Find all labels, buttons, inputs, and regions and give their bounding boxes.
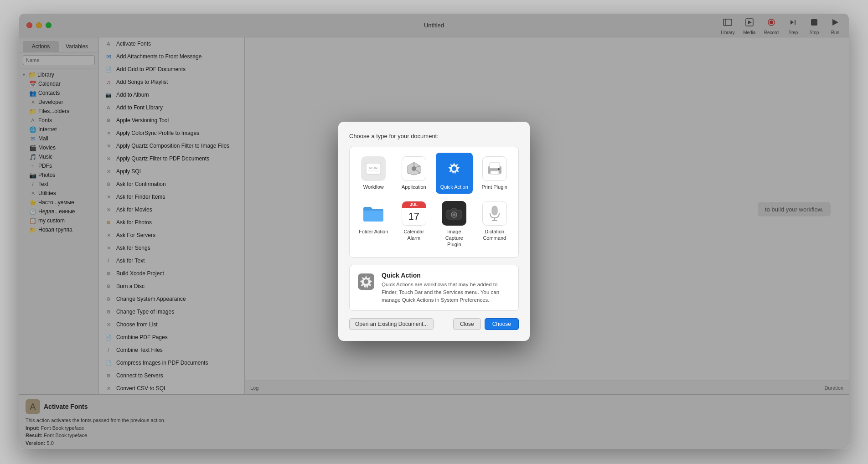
dictation-option-icon (482, 201, 507, 226)
quick-action-option-icon (442, 156, 466, 181)
modal-option-dictation[interactable]: Dictation Command (476, 197, 513, 252)
modal-buttons: Open an Existing Document... Close Choos… (349, 318, 519, 330)
print-plugin-option-label: Print Plugin (482, 184, 507, 190)
svg-text:WFLOW: WFLOW (369, 166, 377, 170)
calendar-alarm-option-icon: JUL 17 (402, 201, 426, 226)
open-existing-button[interactable]: Open an Existing Document... (349, 318, 434, 330)
modal-desc-text: Quick Actions are workflows that may be … (382, 281, 512, 304)
svg-rect-17 (491, 171, 499, 175)
modal-btn-group: Close Choose (453, 318, 519, 330)
modal-option-print-plugin[interactable]: Print Plugin (476, 153, 513, 194)
modal-option-quick-action[interactable]: Quick Action (436, 153, 473, 194)
close-button[interactable]: Close (453, 318, 481, 330)
workflow-option-icon: WFLOW (361, 156, 386, 181)
modal-option-calendar-alarm[interactable]: JUL 17 Calendar Alarm (396, 197, 433, 252)
modal-desc-title: Quick Action (382, 272, 512, 279)
application-option-icon (402, 156, 426, 181)
svg-point-27 (364, 279, 368, 284)
modal-desc-icon (356, 272, 376, 292)
modal-option-workflow[interactable]: WFLOW Workflow (355, 153, 392, 194)
dictation-option-label: Dictation Command (478, 228, 512, 242)
folder-action-option-icon (361, 201, 386, 226)
svg-point-22 (453, 213, 455, 216)
svg-point-14 (452, 166, 456, 171)
modal-title: Choose a type for your document: (349, 133, 519, 139)
main-window: Untitled Library Media (19, 14, 849, 449)
quick-action-option-label: Quick Action (440, 184, 468, 190)
calendar-alarm-option-label: Calendar Alarm (398, 228, 431, 242)
modal-desc-content: Quick Action Quick Actions are workflows… (382, 272, 512, 304)
modal-type-grid: WFLOW Workflow (349, 147, 519, 258)
choose-button[interactable]: Choose (485, 318, 519, 330)
modal-dialog: Choose a type for your document: WFLOW W… (338, 122, 530, 341)
modal-option-image-capture[interactable]: Image Capture Plugin (436, 197, 473, 252)
image-capture-option-icon (442, 201, 466, 226)
modal-option-folder-action[interactable]: Folder Action (355, 197, 392, 252)
svg-rect-16 (490, 163, 500, 168)
workflow-option-label: Workflow (363, 184, 384, 190)
modal-overlay: Choose a type for your document: WFLOW W… (19, 14, 849, 449)
print-plugin-option-icon (482, 156, 507, 181)
modal-option-application[interactable]: Application (396, 153, 433, 194)
svg-rect-23 (492, 206, 497, 215)
application-option-label: Application (402, 184, 426, 190)
modal-description: Quick Action Quick Actions are workflows… (349, 265, 519, 311)
svg-point-18 (498, 168, 500, 170)
image-capture-option-label: Image Capture Plugin (438, 228, 471, 248)
folder-action-option-label: Folder Action (359, 228, 388, 235)
svg-point-10 (412, 166, 416, 171)
